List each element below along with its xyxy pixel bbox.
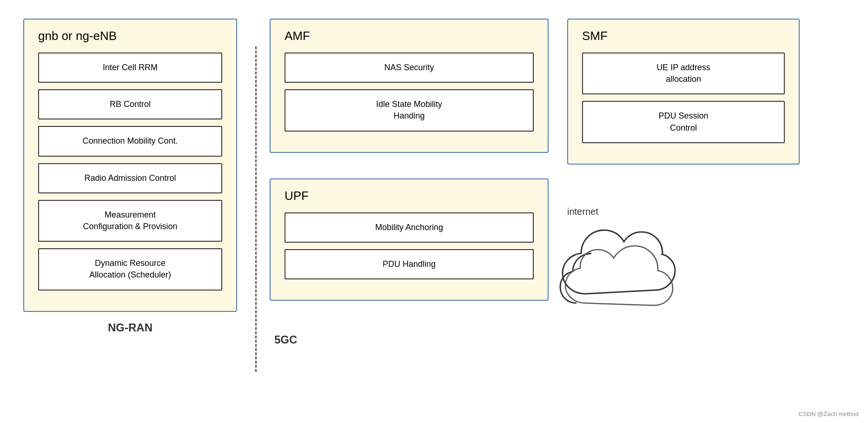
inner-box-connection-mobility: Connection Mobility Cont.: [38, 126, 222, 156]
amf-box: AMF NAS Security Idle State Mobility Han…: [270, 19, 549, 153]
fivegc-bottom-section: UPF Mobility Anchoring PDU Handling inte…: [270, 178, 679, 315]
ngran-title: gnb or ng-eNB: [38, 29, 222, 43]
smf-section: SMF UE IP address allocation PDU Session…: [567, 19, 800, 165]
divider: [242, 19, 270, 372]
ngran-box: gnb or ng-eNB Inter Cell RRM RB Control …: [23, 19, 237, 312]
fivegc-label-row: 5GC: [270, 324, 849, 346]
dashed-line: [255, 46, 257, 372]
upf-box: UPF Mobility Anchoring PDU Handling: [270, 178, 549, 301]
smf-title: SMF: [582, 29, 785, 43]
fivegc-section: AMF NAS Security Idle State Mobility Han…: [270, 19, 849, 346]
upf-row: UPF Mobility Anchoring PDU Handling inte…: [270, 178, 849, 315]
inner-box-pdu-handling: PDU Handling: [285, 249, 534, 279]
ngran-label: NG-RAN: [108, 321, 152, 334]
internet-label: internet: [567, 206, 598, 217]
upf-title: UPF: [285, 189, 534, 203]
amf-title: AMF: [285, 29, 534, 43]
inner-box-nas-security: NAS Security: [285, 53, 534, 83]
inner-box-radio-admission: Radio Admission Control: [38, 163, 222, 193]
ngran-section: gnb or ng-eNB Inter Cell RRM RB Control …: [19, 19, 242, 334]
cloud-section: internet: [549, 178, 679, 315]
amf-section: AMF NAS Security Idle State Mobility Han…: [270, 19, 549, 153]
inner-box-rb-control: RB Control: [38, 89, 222, 119]
watermark: CSDN @Zach method: [798, 410, 859, 417]
inner-box-measurement: Measurement Configuration & Provision: [38, 200, 222, 242]
inner-box-pdu-session: PDU Session Control: [582, 101, 785, 143]
inner-box-mobility-anchoring: Mobility Anchoring: [285, 212, 534, 243]
fivegc-label: 5GC: [274, 333, 297, 346]
inner-box-idle-state: Idle State Mobility Handing: [285, 89, 534, 131]
inner-box-inter-cell-rrm: Inter Cell RRM: [38, 53, 222, 83]
inner-box-ue-ip: UE IP address allocation: [582, 53, 785, 94]
fivegc-top-row: AMF NAS Security Idle State Mobility Han…: [270, 19, 849, 165]
upf-section: UPF Mobility Anchoring PDU Handling: [270, 178, 549, 301]
smf-box: SMF UE IP address allocation PDU Session…: [567, 19, 800, 165]
inner-box-dynamic-resource: Dynamic Resource Allocation (Scheduler): [38, 248, 222, 290]
diagram-container: gnb or ng-eNB Inter Cell RRM RB Control …: [0, 0, 868, 400]
cloud-icon: [558, 222, 679, 315]
